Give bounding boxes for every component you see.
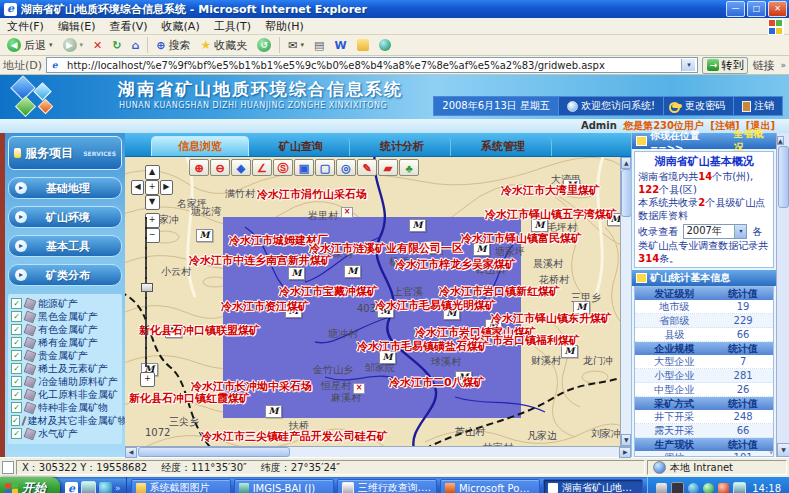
layer-item[interactable]: ✓ 冶金辅助原料矿产 bbox=[8, 375, 122, 388]
sidebar-section-button[interactable]: ▸ 矿山环境 bbox=[8, 206, 122, 228]
layer-item[interactable]: ✓ 能源矿产 bbox=[8, 297, 122, 310]
refresh-button[interactable]: ↻ bbox=[108, 36, 125, 54]
tab[interactable]: 系统管理 bbox=[455, 137, 552, 156]
sidebar-section-button[interactable]: ▸ 基本工具 bbox=[8, 235, 122, 257]
erase-icon[interactable]: ▰ bbox=[378, 159, 398, 176]
forward-dropdown-icon[interactable]: ▾ bbox=[80, 41, 84, 49]
ie-quicklaunch-icon[interactable]: e bbox=[65, 482, 78, 493]
start-button[interactable]: 开始 bbox=[0, 477, 60, 493]
quicklaunch-more-icon[interactable]: » bbox=[115, 483, 121, 493]
flag-marker[interactable]: × bbox=[353, 383, 365, 394]
welcome-link[interactable]: 欢迎您访问系统! bbox=[558, 97, 663, 115]
ime-tray-icon[interactable] bbox=[671, 482, 684, 493]
zoom-out-icon[interactable]: ⊖ bbox=[210, 159, 230, 176]
volume-tray-icon[interactable] bbox=[688, 483, 699, 493]
pan-left-button[interactable]: ◀ bbox=[131, 180, 144, 195]
mine-marker[interactable]: M bbox=[344, 265, 361, 278]
back-button[interactable]: ◀ 后退 ▾ bbox=[3, 36, 57, 54]
taskbar-task-button[interactable]: 系统截图图片 bbox=[131, 479, 231, 493]
layer-item[interactable]: ✓ 稀有金属矿产 bbox=[8, 336, 122, 349]
checkbox-icon[interactable]: ✓ bbox=[11, 415, 20, 426]
address-input[interactable]: e http://localhost/%e7%9f%bf%e5%b1%b1%e5… bbox=[46, 57, 698, 73]
page-scroll-up-icon[interactable]: ▲ bbox=[777, 136, 784, 145]
maximize-button[interactable]: □ bbox=[747, 1, 766, 17]
layer-item[interactable]: ✓ 水气矿产 bbox=[8, 427, 122, 440]
menu-item[interactable]: 工具(T) bbox=[207, 19, 258, 34]
layer-item[interactable]: ✓ 有色金属矿产 bbox=[8, 323, 122, 336]
sidebar-section-button[interactable]: ▸ 矿类分布 bbox=[8, 264, 122, 286]
checkbox-icon[interactable]: ✓ bbox=[11, 389, 22, 400]
mine-marker[interactable]: M bbox=[409, 219, 426, 232]
layer-item[interactable]: ✓ 建材及其它非金属矿物 bbox=[8, 414, 122, 427]
menu-item[interactable]: 帮助(H) bbox=[258, 19, 311, 34]
links-label[interactable]: 链接 bbox=[752, 58, 776, 73]
identify-icon[interactable]: ◎ bbox=[336, 159, 356, 176]
checkbox-icon[interactable]: ✓ bbox=[11, 428, 22, 439]
checkbox-icon[interactable]: ✓ bbox=[11, 298, 22, 309]
address-dropdown-icon[interactable]: ▾ bbox=[681, 59, 695, 71]
page-vertical-scrollbar[interactable]: ▲ ▼ bbox=[776, 133, 789, 457]
layer-item[interactable]: ✓ 黑色金属矿产 bbox=[8, 310, 122, 323]
taskbar-task-button[interactable]: 湖南省矿山地质环... bbox=[543, 479, 643, 493]
home-button[interactable]: ⌂ bbox=[127, 36, 143, 54]
go-button[interactable]: → 转到 bbox=[702, 57, 748, 74]
scroll-up-icon[interactable]: ▲ bbox=[621, 157, 631, 169]
search-button[interactable]: ⊕ 搜索 bbox=[152, 36, 194, 54]
scroll-left-icon[interactable]: ◀ bbox=[125, 447, 137, 458]
mail-dropdown-icon[interactable]: ▾ bbox=[301, 41, 305, 49]
checkbox-icon[interactable]: ✓ bbox=[11, 311, 22, 322]
folders-button[interactable] bbox=[353, 36, 373, 54]
tray-clock[interactable]: 14:18 bbox=[752, 483, 781, 493]
menu-item[interactable]: 编辑(E) bbox=[51, 19, 103, 34]
taskbar-task-button[interactable]: 三维行政查询.bmp bbox=[337, 479, 437, 493]
layer-item[interactable]: ✓ 特种非金属矿物 bbox=[8, 401, 122, 414]
antivirus-tray-icon[interactable] bbox=[703, 483, 714, 493]
favorites-button[interactable]: ★ 收藏夹 bbox=[197, 36, 252, 54]
back-dropdown-icon[interactable]: ▾ bbox=[49, 41, 53, 49]
map-horizontal-scrollbar[interactable]: ◀ ▶ bbox=[125, 446, 631, 457]
menu-item[interactable]: 文件(F) bbox=[0, 19, 51, 34]
menu-item[interactable]: 查看(V) bbox=[102, 19, 154, 34]
pan-right-button[interactable]: ▶ bbox=[160, 180, 173, 195]
pan-down-button[interactable]: ▼ bbox=[145, 195, 160, 210]
sidebar-section-button[interactable]: ▸ 基础地理 bbox=[8, 177, 122, 199]
tab[interactable]: 统计分析 bbox=[354, 137, 451, 156]
zoom-in-icon[interactable]: ⊕ bbox=[189, 159, 209, 176]
page-scroll-down-icon[interactable]: ▼ bbox=[777, 443, 789, 457]
minimize-button[interactable]: — bbox=[726, 1, 745, 17]
pan-center-button[interactable]: + bbox=[145, 180, 158, 195]
flag-marker[interactable]: × bbox=[341, 207, 353, 218]
show-desktop-icon[interactable] bbox=[81, 481, 96, 493]
full-extent-icon[interactable]: Ⓢ bbox=[273, 159, 293, 176]
display-tray-icon[interactable] bbox=[733, 482, 746, 493]
select-area-icon[interactable]: ▣ bbox=[294, 159, 314, 176]
messenger-button[interactable] bbox=[375, 36, 395, 54]
checkbox-icon[interactable]: ✓ bbox=[11, 363, 22, 374]
taskbar-task-button[interactable]: IMGIS-BAI (J) bbox=[234, 479, 334, 493]
history-button[interactable]: ↺ bbox=[253, 36, 275, 54]
mine-marker[interactable]: M bbox=[265, 405, 282, 418]
zoom-slider-plus-button[interactable]: + bbox=[140, 372, 155, 387]
edit-button[interactable]: W bbox=[330, 36, 350, 54]
clear-selection-icon[interactable]: ▢ bbox=[315, 159, 335, 176]
zoom-slider-thumb[interactable] bbox=[141, 283, 153, 292]
tab[interactable]: 矿山查询 bbox=[253, 137, 350, 156]
tab[interactable]: 信息浏览 bbox=[151, 136, 249, 156]
checkbox-icon[interactable]: ✓ bbox=[11, 337, 22, 348]
mail-button[interactable]: ✉ ▾ bbox=[284, 36, 308, 54]
map-canvas[interactable]: ⊕ ⊖ ◈ ∠ Ⓢ ▣ ▢ ◎ bbox=[125, 157, 631, 446]
stop-button[interactable]: ✕ bbox=[89, 36, 106, 54]
checkbox-icon[interactable]: ✓ bbox=[11, 324, 22, 335]
map-vscroll-thumb[interactable] bbox=[621, 169, 631, 217]
panel-scroll-hint-icon[interactable]: ∨ bbox=[768, 447, 774, 456]
pan-up-button[interactable]: ▲ bbox=[145, 165, 160, 180]
change-password-link[interactable]: 更改密码 bbox=[663, 97, 733, 115]
taskbar-task-button[interactable]: Microsoft PowerP... bbox=[440, 479, 540, 493]
mine-marker[interactable]: M bbox=[288, 267, 305, 280]
printer-tray-icon[interactable] bbox=[656, 483, 667, 493]
print-button[interactable]: ▤ bbox=[310, 36, 328, 54]
menu-item[interactable]: 收藏(A) bbox=[155, 19, 207, 34]
year-select[interactable]: 2007年 ▾ bbox=[683, 224, 747, 239]
checkbox-icon[interactable]: ✓ bbox=[11, 376, 22, 387]
map-vertical-scrollbar[interactable]: ▲ ▼ bbox=[620, 157, 631, 446]
